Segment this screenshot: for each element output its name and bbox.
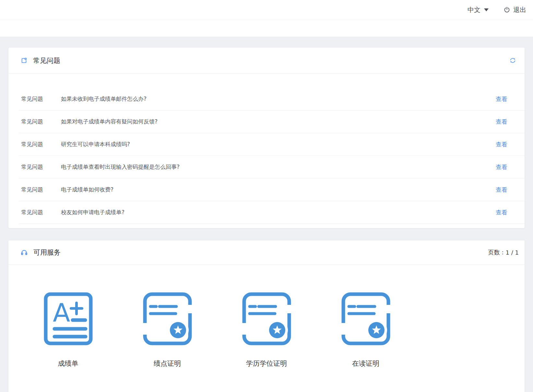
faq-category: 常见问题 [21, 95, 61, 103]
faq-category: 常见问题 [21, 209, 61, 216]
services-card: 可用服务 页数： 1 / 1 A 成绩单 [8, 240, 525, 392]
view-link[interactable]: 查看 [496, 209, 507, 216]
pagination-label: 页数： [488, 248, 506, 256]
faq-category: 常见问题 [21, 118, 61, 125]
view-link[interactable]: 查看 [496, 141, 507, 148]
table-row: 常见问题 研究生可以申请本科成绩吗? 查看 [19, 133, 525, 156]
table-row: 常见问题 如果对电子成绩单内容有疑问如何反馈? 查看 [19, 110, 525, 133]
faq-card-title: 常见问题 [33, 56, 60, 65]
faq-question: 电子成绩单查看时出现输入密码提醒是怎么回事? [61, 163, 496, 171]
language-label: 中文 [468, 6, 480, 14]
table-row: 常见问题 电子成绩单如何收费? 查看 [19, 179, 525, 201]
secondary-bar [0, 20, 533, 37]
service-item-enrollment-certificate[interactable]: 在读证明 [316, 292, 415, 368]
topbar: 中文 退出 [0, 0, 533, 20]
faq-question: 电子成绩单如何收费? [61, 186, 496, 193]
view-link[interactable]: 查看 [496, 118, 507, 126]
service-label: 成绩单 [58, 359, 78, 368]
power-icon [503, 6, 510, 13]
faq-category: 常见问题 [21, 186, 61, 193]
services-card-title: 可用服务 [33, 248, 61, 257]
faq-question: 如果未收到电子成绩单邮件怎么办? [61, 95, 496, 103]
faq-category: 常见问题 [21, 141, 61, 148]
services-list: A 成绩单 [8, 265, 525, 368]
svg-text:A: A [53, 298, 70, 328]
faq-copy-icon [20, 57, 28, 64]
faq-question: 校友如何申请电子成绩单? [61, 209, 496, 216]
faq-table: 常见问题 如果未收到电子成绩单邮件怎么办? 查看 常见问题 如果对电子成绩单内容… [8, 74, 525, 224]
refresh-icon[interactable] [509, 57, 516, 64]
table-row: 常见问题 如果未收到电子成绩单邮件怎么办? 查看 [19, 88, 525, 110]
service-label: 学历学位证明 [246, 359, 287, 368]
gpa-certificate-icon [143, 292, 192, 347]
pagination-value: 1 / 1 [506, 249, 519, 256]
chevron-down-icon [484, 8, 489, 11]
table-row: 常见问题 校友如何申请电子成绩单? 查看 [19, 201, 525, 224]
degree-certificate-icon [242, 292, 291, 347]
service-item-gpa-certificate[interactable]: 绩点证明 [118, 292, 217, 368]
logout-button[interactable]: 退出 [503, 6, 526, 14]
faq-category: 常见问题 [21, 163, 61, 171]
logout-label: 退出 [513, 6, 526, 14]
faq-card-header: 常见问题 [8, 48, 525, 74]
headphones-icon [20, 249, 28, 256]
faq-card: 常见问题 常见问题 如果未收到电子成绩单邮件怎么办? 查看 常见问题 如果对电子… [8, 48, 525, 228]
view-link[interactable]: 查看 [496, 95, 507, 103]
view-link[interactable]: 查看 [496, 163, 507, 171]
faq-question: 研究生可以申请本科成绩吗? [61, 141, 496, 148]
faq-question: 如果对电子成绩单内容有疑问如何反馈? [61, 118, 496, 125]
service-item-degree-certificate[interactable]: 学历学位证明 [217, 292, 316, 368]
service-item-transcript[interactable]: A 成绩单 [18, 292, 118, 368]
view-link[interactable]: 查看 [496, 186, 507, 194]
services-card-header: 可用服务 页数： 1 / 1 [8, 240, 525, 265]
service-label: 在读证明 [352, 359, 379, 368]
enrollment-certificate-icon [341, 292, 391, 347]
language-selector[interactable]: 中文 [468, 6, 489, 14]
pagination: 页数： 1 / 1 [488, 248, 519, 256]
table-row: 常见问题 电子成绩单查看时出现输入密码提醒是怎么回事? 查看 [19, 156, 525, 179]
transcript-icon: A [43, 292, 93, 347]
service-label: 绩点证明 [154, 359, 181, 368]
